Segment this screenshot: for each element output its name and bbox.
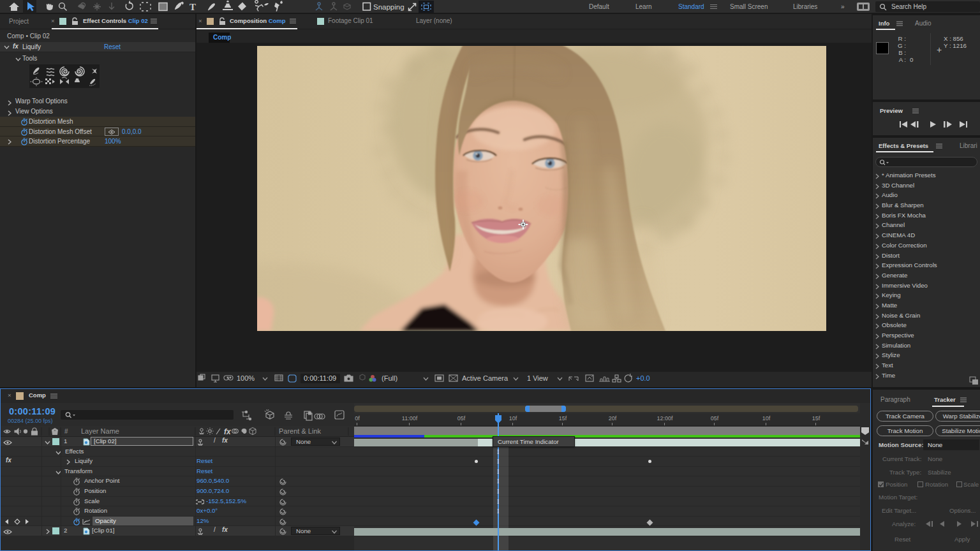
svg-text:Libraries: Libraries — [793, 3, 817, 10]
svg-text:Learn: Learn — [635, 3, 652, 10]
svg-text:T: T — [189, 2, 196, 12]
svg-text:Active Camera: Active Camera — [462, 374, 509, 382]
svg-text:Small Screen: Small Screen — [730, 3, 768, 10]
svg-text:+0.0: +0.0 — [636, 374, 650, 382]
svg-text:Snapping: Snapping — [373, 3, 405, 11]
svg-text:#: # — [64, 428, 68, 435]
svg-text:1 View: 1 View — [527, 374, 548, 382]
svg-text:(Full): (Full) — [382, 374, 397, 382]
svg-text:Default: Default — [589, 3, 609, 10]
svg-text:fx: fx — [224, 427, 232, 436]
svg-text:Layer Name: Layer Name — [81, 427, 119, 435]
svg-text:»: » — [841, 3, 845, 10]
svg-text:100%: 100% — [237, 374, 255, 382]
svg-text:0:00:11:09: 0:00:11:09 — [304, 374, 336, 382]
svg-text:Standard: Standard — [678, 3, 704, 10]
svg-text:Parent & Link: Parent & Link — [279, 427, 322, 435]
